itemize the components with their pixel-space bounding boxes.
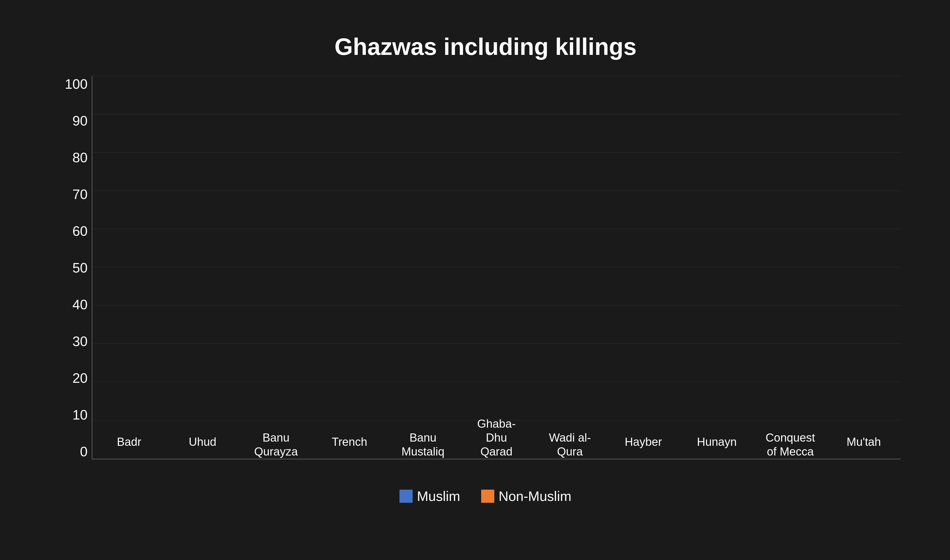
bar-group: Wadi al-Qura [533,76,607,458]
x-axis-label: Uhud [189,435,216,458]
y-axis-label: 20 [72,370,88,386]
legend-box-nonmuslim [481,490,494,503]
x-axis-label: Trench [332,435,367,458]
y-axis-label: 10 [72,407,88,423]
x-axis-label: BanuMustaliq [401,431,444,458]
bar-group: Ghaba-DhuQarad [460,76,533,458]
bar-group: BanuQurayza [239,76,313,458]
bars-area: BadrUhudBanuQurayzaTrenchBanuMustaliqGha… [92,76,901,460]
legend-item-nonmuslim: Non-Muslim [481,488,571,504]
bar-group: Uhud [166,76,239,458]
bar-group: Badr [92,76,166,458]
legend-box-muslim [399,490,413,503]
x-axis-label: Wadi al-Qura [549,431,591,458]
bar-group: Mu'tah [827,76,901,458]
bar-group: Trench [313,76,386,458]
y-axis-label: 30 [72,334,88,349]
bar-group: Hunayn [680,76,753,458]
x-axis-label: BanuQurayza [254,431,298,458]
y-axis-label: 40 [72,297,88,312]
bar-group: BanuMustaliq [386,76,460,458]
chart-container: Ghazwas including killings 0102030405060… [29,18,922,543]
x-axis-label: Conquestof Mecca [765,431,815,458]
chart-area: 0102030405060708090100 BadrUhudBanuQuray… [71,76,901,480]
y-axis-label: 80 [72,150,88,165]
chart-title: Ghazwas including killings [71,33,901,60]
y-axis-label: 100 [65,76,88,92]
x-axis-label: Hayber [625,435,662,458]
y-axis-label: 90 [72,113,88,129]
y-axis: 0102030405060708090100 [71,76,92,460]
y-axis-label: 50 [72,260,88,276]
bar-group: Hayber [607,76,680,458]
y-axis-label: 70 [72,186,88,202]
legend: Muslim Non-Muslim [71,488,901,504]
x-axis-label: Hunayn [697,435,737,458]
x-axis-label: Ghaba-DhuQarad [477,417,516,458]
x-axis-label: Badr [117,435,141,458]
legend-label-muslim: Muslim [417,488,460,504]
legend-item-muslim: Muslim [399,488,460,504]
bar-group: Conquestof Mecca [753,76,827,458]
x-axis-label: Mu'tah [847,435,881,458]
legend-label-nonmuslim: Non-Muslim [499,488,571,504]
y-axis-label: 0 [80,444,88,460]
y-axis-label: 60 [72,223,88,239]
